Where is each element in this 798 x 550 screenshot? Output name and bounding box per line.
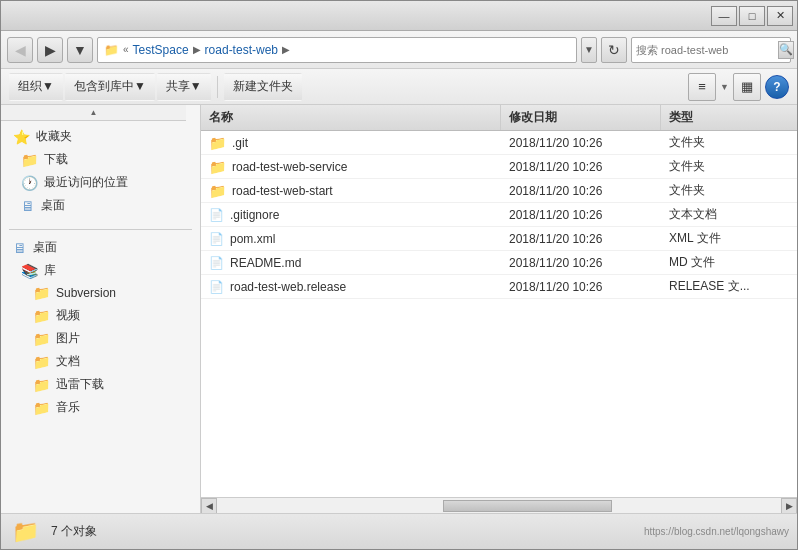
readme-icon: 📄 xyxy=(209,256,224,270)
table-row[interactable]: 📄 pom.xml 2018/11/20 10:26 XML 文件 xyxy=(201,227,797,251)
file-cell-date: 2018/11/20 10:26 xyxy=(501,208,661,222)
desktop-icon-2: 🖥 xyxy=(13,240,27,256)
title-bar: — □ ✕ xyxy=(1,1,797,31)
organize-button[interactable]: 组织▼ xyxy=(9,73,63,101)
folder-icon: 📁 xyxy=(209,159,226,175)
sidebar-item-videos[interactable]: 📁 视频 xyxy=(1,304,200,327)
column-header: 名称 修改日期 类型 xyxy=(201,105,797,131)
sidebar-item-favorites[interactable]: ⭐ 收藏夹 xyxy=(1,125,200,148)
xml-icon: 📄 xyxy=(209,232,224,246)
column-type[interactable]: 类型 xyxy=(661,105,797,130)
main-area: ▲ ⭐ 收藏夹 📁 下载 🕐 最近访问的位置 xyxy=(1,105,797,513)
breadcrumb-icon: 📁 xyxy=(104,43,119,57)
file-name: pom.xml xyxy=(230,232,275,246)
share-button[interactable]: 共享▼ xyxy=(157,73,211,101)
sidebar-item-library[interactable]: 📚 库 xyxy=(1,259,200,282)
help-button[interactable]: ? xyxy=(765,75,789,99)
sidebar-label-library: 库 xyxy=(44,262,56,279)
breadcrumb[interactable]: 📁 « TestSpace ▶ road-test-web ▶ xyxy=(97,37,577,63)
file-list: 📁 .git 2018/11/20 10:26 文件夹 📁 road-test-… xyxy=(201,131,797,497)
table-row[interactable]: 📁 road-test-web-start 2018/11/20 10:26 文… xyxy=(201,179,797,203)
include-library-button[interactable]: 包含到库中▼ xyxy=(65,73,155,101)
sidebar-item-documents[interactable]: 📁 文档 xyxy=(1,350,200,373)
close-button[interactable]: ✕ xyxy=(767,6,793,26)
column-date[interactable]: 修改日期 xyxy=(501,105,661,130)
release-icon: 📄 xyxy=(209,280,224,294)
new-folder-button[interactable]: 新建文件夹 xyxy=(224,73,302,101)
layout-button[interactable]: ▦ xyxy=(733,73,761,101)
window: — □ ✕ ◀ ▶ ▼ 📁 « TestSpace ▶ road-test-we… xyxy=(0,0,798,550)
toolbar-right: ≡ ▼ ▦ ? xyxy=(688,73,789,101)
file-cell-name: 📁 road-test-web-service xyxy=(201,159,501,175)
minimize-button[interactable]: — xyxy=(711,6,737,26)
pictures-icon: 📁 xyxy=(33,331,50,347)
search-input[interactable] xyxy=(636,44,774,56)
table-row[interactable]: 📁 .git 2018/11/20 10:26 文件夹 xyxy=(201,131,797,155)
back-button[interactable]: ◀ xyxy=(7,37,33,63)
scrollbar-thumb[interactable] xyxy=(443,500,612,512)
file-cell-type: 文件夹 xyxy=(661,134,797,151)
breadcrumb-dropdown-button[interactable]: ▼ xyxy=(581,37,597,63)
column-name[interactable]: 名称 xyxy=(201,105,501,130)
organize-label: 组织▼ xyxy=(18,78,54,95)
sidebar: ▲ ⭐ 收藏夹 📁 下载 🕐 最近访问的位置 xyxy=(1,105,201,513)
file-cell-type: 文本文档 xyxy=(661,206,797,223)
sidebar-item-pictures[interactable]: 📁 图片 xyxy=(1,327,200,350)
file-cell-name: 📄 road-test-web.release xyxy=(201,280,501,294)
thunder-icon: 📁 xyxy=(33,377,50,393)
help-icon: ? xyxy=(773,80,780,94)
horizontal-scrollbar: ◀ ▶ xyxy=(201,497,797,513)
recent-locations-button[interactable]: ▼ xyxy=(67,37,93,63)
file-cell-date: 2018/11/20 10:26 xyxy=(501,160,661,174)
forward-button[interactable]: ▶ xyxy=(37,37,63,63)
scroll-right-button[interactable]: ▶ xyxy=(781,498,797,514)
file-name: road-test-web-start xyxy=(232,184,333,198)
sidebar-item-thunder[interactable]: 📁 迅雷下载 xyxy=(1,373,200,396)
refresh-button[interactable]: ↻ xyxy=(601,37,627,63)
sidebar-label-subversion: Subversion xyxy=(56,286,116,300)
sidebar-item-desktop-1[interactable]: 🖥 桌面 xyxy=(1,194,200,217)
file-cell-name: 📁 .git xyxy=(201,135,501,151)
breadcrumb-road-test-web[interactable]: road-test-web xyxy=(205,43,278,57)
file-cell-date: 2018/11/20 10:26 xyxy=(501,136,661,150)
subversion-icon: 📁 xyxy=(33,285,50,301)
file-cell-type: MD 文件 xyxy=(661,254,797,271)
sidebar-label-pictures: 图片 xyxy=(56,330,80,347)
scrollbar-track[interactable] xyxy=(217,499,781,513)
search-icon: 🔍 xyxy=(779,43,793,56)
file-cell-date: 2018/11/20 10:26 xyxy=(501,232,661,246)
status-watermark: https://blog.csdn.net/lqongshawy xyxy=(644,526,789,537)
breadcrumb-separator-0: « xyxy=(123,44,129,55)
file-cell-date: 2018/11/20 10:26 xyxy=(501,256,661,270)
file-cell-type: RELEASE 文... xyxy=(661,278,797,295)
search-box: 🔍 xyxy=(631,37,791,63)
table-row[interactable]: 📁 road-test-web-service 2018/11/20 10:26… xyxy=(201,155,797,179)
include-library-label: 包含到库中▼ xyxy=(74,78,146,95)
sidebar-item-subversion[interactable]: 📁 Subversion xyxy=(1,282,200,304)
toolbar: 组织▼ 包含到库中▼ 共享▼ 新建文件夹 ≡ ▼ ▦ ? xyxy=(1,69,797,105)
dropdown-icon: ▼ xyxy=(73,42,87,58)
sidebar-item-music[interactable]: 📁 音乐 xyxy=(1,396,200,419)
file-name: .gitignore xyxy=(230,208,279,222)
sidebar-section-desktop: 🖥 桌面 📚 库 📁 Subversion 📁 视频 xyxy=(1,236,200,419)
status-count: 7 个对象 xyxy=(51,523,97,540)
table-row[interactable]: 📄 .gitignore 2018/11/20 10:26 文本文档 xyxy=(201,203,797,227)
file-name: road-test-web-service xyxy=(232,160,347,174)
maximize-button[interactable]: □ xyxy=(739,6,765,26)
table-row[interactable]: 📄 road-test-web.release 2018/11/20 10:26… xyxy=(201,275,797,299)
sidebar-item-desktop-2[interactable]: 🖥 桌面 xyxy=(1,236,200,259)
breadcrumb-testspace[interactable]: TestSpace xyxy=(133,43,189,57)
sidebar-divider xyxy=(9,229,192,230)
back-icon: ◀ xyxy=(15,42,26,58)
search-button[interactable]: 🔍 xyxy=(778,41,794,59)
view-icon: ≡ xyxy=(698,79,706,94)
sidebar-scroll-up-button[interactable]: ▲ xyxy=(1,105,186,121)
sidebar-item-downloads[interactable]: 📁 下载 xyxy=(1,148,200,171)
share-label: 共享▼ xyxy=(166,78,202,95)
scroll-left-button[interactable]: ◀ xyxy=(201,498,217,514)
view-toggle-button[interactable]: ≡ xyxy=(688,73,716,101)
sidebar-item-recent[interactable]: 🕐 最近访问的位置 xyxy=(1,171,200,194)
file-cell-name: 📄 README.md xyxy=(201,256,501,270)
recent-icon: 🕐 xyxy=(21,175,38,191)
table-row[interactable]: 📄 README.md 2018/11/20 10:26 MD 文件 xyxy=(201,251,797,275)
